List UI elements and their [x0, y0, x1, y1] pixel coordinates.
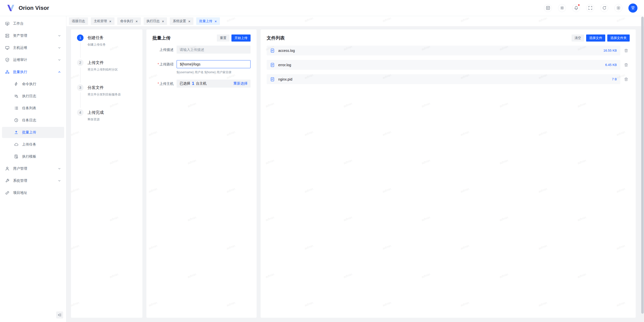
- sidebar-item-host-ops[interactable]: 主机运维: [2, 42, 64, 53]
- reselect-hosts-link[interactable]: 重新选择: [233, 81, 248, 86]
- tab-sys-settings[interactable]: 系统设置 ×: [170, 17, 193, 25]
- step-number: 1: [77, 34, 84, 41]
- upload-host-label: 上传主机: [159, 82, 174, 86]
- fullscreen-icon[interactable]: [586, 4, 594, 12]
- file-name: error.log: [278, 63, 291, 67]
- tab-exec-log[interactable]: 执行日志 ×: [144, 17, 167, 25]
- upload-icon: [14, 130, 19, 135]
- reset-button[interactable]: 重置: [217, 34, 229, 42]
- step-connector: [80, 67, 80, 83]
- delete-file-icon[interactable]: [623, 76, 630, 83]
- step-title: 上传文件: [88, 59, 118, 66]
- close-icon[interactable]: ×: [136, 19, 138, 23]
- select-folder-button[interactable]: 选择文件夹: [607, 34, 630, 42]
- app-header: Orion Visor: [0, 0, 644, 16]
- file-icon: [270, 48, 275, 53]
- sidebar-item-task-list[interactable]: 任务列表: [2, 103, 64, 114]
- sidebar-item-assets[interactable]: 资产管理: [2, 30, 64, 41]
- close-icon[interactable]: ×: [215, 19, 217, 23]
- header-actions: 管: [544, 4, 637, 13]
- chevron-down-icon: [58, 58, 61, 62]
- step-number: 2: [77, 59, 84, 66]
- close-icon[interactable]: ×: [162, 19, 164, 23]
- chevron-down-icon: [58, 167, 61, 170]
- file-row-box: nginx.pid 7 B: [267, 74, 620, 84]
- search-log-icon: [14, 94, 19, 98]
- step-upload-files: 2 上传文件 将文件上传到临时分区: [77, 59, 136, 84]
- sidebar: 工作台 资产管理 主机运维: [0, 16, 66, 322]
- logo-v-icon: [7, 4, 15, 12]
- file-list-panel: 文件列表 清空 选择文件 选择文件夹 access.log 16.55 KB: [261, 29, 636, 318]
- main-area: 连接日志 主机管理 × 命令执行 × 执行日志 × 系统设置 × 批量上传 × …: [66, 16, 644, 322]
- user-icon: [5, 166, 10, 171]
- user-avatar[interactable]: 管: [628, 4, 637, 13]
- upload-path-row: *上传路径 ${username} 用户名 ${home} 用户家目录: [152, 60, 251, 75]
- start-upload-button[interactable]: 开始上传: [231, 34, 251, 42]
- sidebar-collapse-button[interactable]: [56, 311, 63, 318]
- sidebar-item-batch-upload[interactable]: 批量上传: [2, 127, 64, 138]
- sidebar-item-exec-log[interactable]: 执行日志: [2, 91, 64, 102]
- clock-icon: [14, 118, 19, 123]
- selected-hosts-box: 已选择 1 台主机 重新选择: [177, 80, 251, 88]
- workbench-icon: [5, 21, 10, 26]
- chevron-up-icon: [58, 70, 61, 74]
- clear-files-button[interactable]: 清空: [572, 34, 584, 42]
- tab-cmd-exec[interactable]: 命令执行 ×: [117, 17, 141, 25]
- step-distribute-files: 3 分发文件 将文件分发到目标服务器: [77, 84, 136, 109]
- step-desc: 将文件分发到目标服务器: [88, 92, 121, 97]
- select-file-button[interactable]: 选择文件: [586, 34, 605, 42]
- selected-host-count: 1: [192, 81, 194, 86]
- required-mark: *: [158, 62, 159, 66]
- lightning-icon: [14, 82, 19, 86]
- tab-connect-log[interactable]: 连接日志: [69, 17, 88, 25]
- sidebar-item-audit[interactable]: 运维审计: [2, 54, 64, 65]
- delete-file-icon[interactable]: [623, 47, 630, 54]
- step-create-task: 1 创建任务 创建上传任务: [77, 34, 136, 59]
- upload-path-hint: ${username} 用户名 ${home} 用户家目录: [177, 70, 251, 75]
- template-icon: [14, 154, 19, 159]
- sidebar-item-sys-mgmt[interactable]: 系统管理: [2, 175, 64, 186]
- required-mark: *: [158, 82, 159, 86]
- sidebar-item-upload-task[interactable]: 上传任务: [2, 139, 64, 150]
- tab-batch-upload[interactable]: 批量上传 ×: [196, 17, 220, 25]
- file-name: nginx.pid: [278, 77, 292, 81]
- sidebar-item-exec-template[interactable]: 执行模板: [2, 151, 64, 162]
- theme-icon[interactable]: [558, 4, 566, 12]
- scrollbar-thumb[interactable]: [641, 17, 644, 314]
- settings-gear-icon[interactable]: [614, 4, 622, 12]
- file-row-box: access.log 16.55 KB: [267, 46, 620, 55]
- step-desc: 将文件上传到临时分区: [88, 67, 118, 72]
- asset-server-icon: [5, 33, 10, 38]
- file-row-box: error.log 6.45 KB: [267, 60, 620, 70]
- sidebar-item-workbench[interactable]: 工作台: [2, 18, 64, 29]
- sidebar-item-task-log[interactable]: 任务日志: [2, 115, 64, 126]
- step-number: 3: [77, 84, 84, 91]
- cluster-icon: [5, 70, 10, 74]
- wrench-icon: [5, 178, 10, 183]
- sidebar-item-batch-exec[interactable]: 批量执行: [2, 66, 64, 78]
- file-size: 7 B: [612, 77, 617, 81]
- file-list-title: 文件列表: [267, 35, 285, 41]
- upload-path-input[interactable]: [177, 60, 251, 68]
- chevron-down-icon: [58, 34, 61, 38]
- code-window-icon[interactable]: [544, 4, 552, 12]
- step-desc: 创建上传任务: [88, 43, 106, 47]
- step-title: 分发文件: [88, 84, 121, 91]
- sidebar-item-user-mgmt[interactable]: 用户管理: [2, 163, 64, 174]
- delete-file-icon[interactable]: [623, 61, 630, 68]
- tab-host-mgmt[interactable]: 主机管理 ×: [91, 17, 114, 25]
- sidebar-item-project-url[interactable]: 项目地址: [2, 187, 64, 198]
- app-title: Orion Visor: [19, 5, 49, 11]
- refresh-icon[interactable]: [600, 4, 608, 12]
- close-icon[interactable]: ×: [109, 19, 111, 23]
- link-icon: [5, 191, 10, 195]
- batch-upload-panel: 批量上传 重置 开始上传 上传描述 *上传路径 ${username} 用户名 …: [146, 29, 257, 318]
- file-size: 6.45 KB: [605, 63, 617, 67]
- close-icon[interactable]: ×: [188, 19, 190, 23]
- step-connector: [80, 92, 80, 108]
- list-icon: [14, 106, 19, 111]
- upload-path-label: 上传路径: [159, 62, 174, 66]
- upload-desc-input[interactable]: [177, 46, 251, 54]
- sidebar-item-cmd-exec[interactable]: 命令执行: [2, 79, 64, 90]
- notification-bell-icon[interactable]: [572, 4, 580, 12]
